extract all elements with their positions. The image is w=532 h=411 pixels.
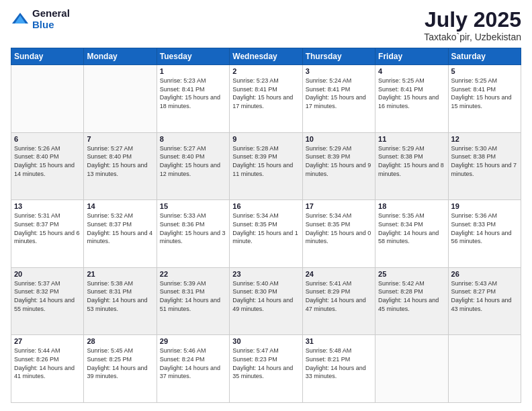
calendar-cell: 17Sunrise: 5:34 AMSunset: 8:35 PMDayligh…	[302, 200, 375, 268]
day-number: 9	[232, 135, 299, 143]
day-header-friday: Friday	[375, 48, 448, 65]
calendar-cell	[448, 335, 521, 403]
day-header-monday: Monday	[84, 48, 157, 65]
calendar-cell: 20Sunrise: 5:37 AMSunset: 8:32 PMDayligh…	[11, 267, 84, 335]
day-info: Sunrise: 5:31 AMSunset: 8:37 PMDaylight:…	[14, 212, 81, 245]
day-number: 8	[160, 135, 226, 143]
day-info: Sunrise: 5:23 AMSunset: 8:41 PMDaylight:…	[232, 77, 299, 110]
day-number: 23	[232, 270, 299, 278]
calendar-cell: 2Sunrise: 5:23 AMSunset: 8:41 PMDaylight…	[230, 65, 302, 133]
calendar-cell: 29Sunrise: 5:46 AMSunset: 8:24 PMDayligh…	[157, 335, 229, 403]
day-number: 27	[14, 337, 81, 345]
calendar-cell: 5Sunrise: 5:25 AMSunset: 8:41 PMDaylight…	[448, 65, 521, 133]
subtitle: Taxtako`pir, Uzbekistan	[424, 32, 521, 42]
calendar-cell: 10Sunrise: 5:29 AMSunset: 8:39 PMDayligh…	[302, 132, 375, 200]
day-info: Sunrise: 5:40 AMSunset: 8:30 PMDaylight:…	[232, 279, 299, 313]
calendar-cell	[84, 65, 157, 133]
day-number: 14	[87, 202, 153, 210]
day-number: 3	[306, 67, 372, 75]
calendar-cell: 23Sunrise: 5:40 AMSunset: 8:30 PMDayligh…	[230, 267, 302, 335]
logo-text: General Blue	[32, 8, 70, 30]
title-block: July 2025 Taxtako`pir, Uzbekistan	[424, 8, 521, 42]
day-number: 12	[451, 135, 518, 143]
day-info: Sunrise: 5:34 AMSunset: 8:35 PMDaylight:…	[232, 212, 299, 245]
day-header-wednesday: Wednesday	[230, 48, 302, 65]
calendar-cell: 6Sunrise: 5:26 AMSunset: 8:40 PMDaylight…	[11, 132, 84, 200]
calendar-cell: 1Sunrise: 5:23 AMSunset: 8:41 PMDaylight…	[157, 65, 229, 133]
calendar-cell: 28Sunrise: 5:45 AMSunset: 8:25 PMDayligh…	[84, 335, 157, 403]
calendar-cell: 16Sunrise: 5:34 AMSunset: 8:35 PMDayligh…	[230, 200, 302, 268]
day-info: Sunrise: 5:27 AMSunset: 8:40 PMDaylight:…	[87, 144, 153, 178]
calendar-cell	[375, 335, 448, 403]
day-info: Sunrise: 5:32 AMSunset: 8:37 PMDaylight:…	[87, 212, 153, 245]
calendar-cell: 30Sunrise: 5:47 AMSunset: 8:23 PMDayligh…	[230, 335, 302, 403]
day-info: Sunrise: 5:47 AMSunset: 8:23 PMDaylight:…	[232, 347, 299, 380]
calendar-cell	[11, 65, 84, 133]
day-info: Sunrise: 5:35 AMSunset: 8:34 PMDaylight:…	[378, 212, 445, 245]
logo-general: General	[32, 8, 70, 19]
day-info: Sunrise: 5:41 AMSunset: 8:29 PMDaylight:…	[306, 279, 372, 313]
day-number: 15	[160, 202, 226, 210]
day-info: Sunrise: 5:39 AMSunset: 8:31 PMDaylight:…	[160, 279, 226, 313]
calendar: SundayMondayTuesdayWednesdayThursdayFrid…	[11, 48, 521, 403]
day-header-saturday: Saturday	[448, 48, 521, 65]
day-info: Sunrise: 5:33 AMSunset: 8:36 PMDaylight:…	[160, 212, 226, 245]
day-number: 20	[14, 270, 81, 278]
calendar-cell: 13Sunrise: 5:31 AMSunset: 8:37 PMDayligh…	[11, 200, 84, 268]
calendar-cell: 11Sunrise: 5:29 AMSunset: 8:38 PMDayligh…	[375, 132, 448, 200]
calendar-cell: 27Sunrise: 5:44 AMSunset: 8:26 PMDayligh…	[11, 335, 84, 403]
day-info: Sunrise: 5:27 AMSunset: 8:40 PMDaylight:…	[160, 144, 226, 178]
calendar-cell: 15Sunrise: 5:33 AMSunset: 8:36 PMDayligh…	[157, 200, 229, 268]
day-number: 10	[306, 135, 372, 143]
calendar-cell: 9Sunrise: 5:28 AMSunset: 8:39 PMDaylight…	[230, 132, 302, 200]
day-number: 21	[87, 270, 153, 278]
calendar-cell: 12Sunrise: 5:30 AMSunset: 8:38 PMDayligh…	[448, 132, 521, 200]
day-number: 13	[14, 202, 81, 210]
day-number: 22	[160, 270, 226, 278]
day-number: 31	[306, 337, 372, 345]
day-info: Sunrise: 5:25 AMSunset: 8:41 PMDaylight:…	[378, 77, 445, 110]
day-info: Sunrise: 5:23 AMSunset: 8:41 PMDaylight:…	[160, 77, 226, 110]
day-info: Sunrise: 5:37 AMSunset: 8:32 PMDaylight:…	[14, 279, 81, 313]
day-number: 2	[232, 67, 299, 75]
day-number: 28	[87, 337, 153, 345]
calendar-cell: 24Sunrise: 5:41 AMSunset: 8:29 PMDayligh…	[302, 267, 375, 335]
logo-blue: Blue	[32, 19, 70, 31]
day-info: Sunrise: 5:26 AMSunset: 8:40 PMDaylight:…	[14, 144, 81, 178]
calendar-cell: 8Sunrise: 5:27 AMSunset: 8:40 PMDaylight…	[157, 132, 229, 200]
day-header-thursday: Thursday	[302, 48, 375, 65]
day-info: Sunrise: 5:29 AMSunset: 8:39 PMDaylight:…	[306, 144, 372, 178]
day-header-tuesday: Tuesday	[157, 48, 229, 65]
header: General Blue July 2025 Taxtako`pir, Uzbe…	[11, 8, 521, 42]
day-number: 18	[378, 202, 445, 210]
day-info: Sunrise: 5:38 AMSunset: 8:31 PMDaylight:…	[87, 279, 153, 313]
calendar-cell: 22Sunrise: 5:39 AMSunset: 8:31 PMDayligh…	[157, 267, 229, 335]
day-info: Sunrise: 5:42 AMSunset: 8:28 PMDaylight:…	[378, 279, 445, 313]
page: General Blue July 2025 Taxtako`pir, Uzbe…	[0, 0, 532, 411]
day-info: Sunrise: 5:29 AMSunset: 8:38 PMDaylight:…	[378, 144, 445, 178]
day-number: 30	[232, 337, 299, 345]
day-info: Sunrise: 5:43 AMSunset: 8:27 PMDaylight:…	[451, 279, 518, 313]
calendar-cell: 26Sunrise: 5:43 AMSunset: 8:27 PMDayligh…	[448, 267, 521, 335]
day-info: Sunrise: 5:44 AMSunset: 8:26 PMDaylight:…	[14, 347, 81, 380]
day-number: 1	[160, 67, 226, 75]
day-info: Sunrise: 5:36 AMSunset: 8:33 PMDaylight:…	[451, 212, 518, 245]
calendar-cell: 25Sunrise: 5:42 AMSunset: 8:28 PMDayligh…	[375, 267, 448, 335]
month-title: July 2025	[424, 8, 521, 32]
calendar-cell: 31Sunrise: 5:48 AMSunset: 8:21 PMDayligh…	[302, 335, 375, 403]
day-number: 19	[451, 202, 518, 210]
day-number: 16	[232, 202, 299, 210]
calendar-cell: 4Sunrise: 5:25 AMSunset: 8:41 PMDaylight…	[375, 65, 448, 133]
day-info: Sunrise: 5:34 AMSunset: 8:35 PMDaylight:…	[306, 212, 372, 245]
day-number: 29	[160, 337, 226, 345]
day-number: 17	[306, 202, 372, 210]
calendar-cell: 3Sunrise: 5:24 AMSunset: 8:41 PMDaylight…	[302, 65, 375, 133]
day-info: Sunrise: 5:46 AMSunset: 8:24 PMDaylight:…	[160, 347, 226, 380]
day-info: Sunrise: 5:30 AMSunset: 8:38 PMDaylight:…	[451, 144, 518, 178]
day-number: 6	[14, 135, 81, 143]
calendar-cell: 7Sunrise: 5:27 AMSunset: 8:40 PMDaylight…	[84, 132, 157, 200]
logo: General Blue	[11, 8, 70, 30]
day-info: Sunrise: 5:48 AMSunset: 8:21 PMDaylight:…	[306, 347, 372, 380]
calendar-cell: 18Sunrise: 5:35 AMSunset: 8:34 PMDayligh…	[375, 200, 448, 268]
day-number: 4	[378, 67, 445, 75]
